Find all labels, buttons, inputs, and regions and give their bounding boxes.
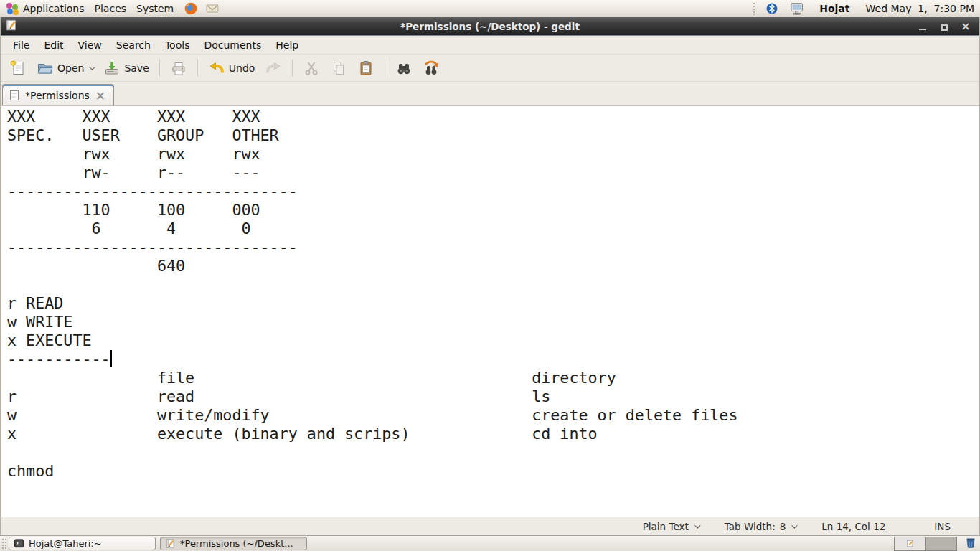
workspace-1[interactable]	[895, 537, 925, 550]
email-launcher-icon[interactable]	[205, 1, 220, 16]
toolbar-separator	[385, 60, 385, 77]
cut-button[interactable]	[298, 57, 324, 80]
bluetooth-applet-icon[interactable]	[765, 1, 779, 16]
editor-line: 6 4 0	[7, 220, 979, 238]
copy-icon	[330, 60, 347, 77]
tab-close-icon[interactable]: ×	[95, 90, 106, 100]
places-menu[interactable]: Places	[92, 2, 133, 15]
toolbar-separator	[197, 60, 198, 77]
editor-line: file directory	[7, 369, 979, 387]
menu-file[interactable]: File	[6, 37, 36, 53]
menubar: File Edit View Search Tools Documents He…	[1, 36, 979, 55]
language-mode-label: Plain Text	[643, 521, 689, 532]
taskbar-window-gedit[interactable]: *Permissions (~/Deskt...	[160, 537, 307, 550]
maximize-button[interactable]	[939, 22, 949, 32]
gedit-icon	[165, 538, 176, 549]
workspace-2[interactable]	[925, 537, 956, 550]
open-button-label: Open	[57, 62, 84, 74]
cut-scissors-icon	[303, 60, 320, 77]
open-folder-icon	[37, 60, 54, 77]
gedit-mini-icon	[906, 540, 914, 547]
editor-lines: XXX XXX XXX XXXSPEC. USER GROUP OTHER rw…	[7, 108, 979, 481]
applications-menu-label: Applications	[23, 3, 85, 14]
system-menu[interactable]: System	[133, 2, 179, 15]
replace-button[interactable]	[418, 57, 444, 80]
editor-line	[7, 276, 979, 294]
undo-button[interactable]: Undo	[204, 57, 260, 80]
new-document-button[interactable]	[5, 57, 31, 80]
applet-drag-handle[interactable]	[753, 2, 756, 15]
taskbar-window-title: *Permissions (~/Deskt...	[180, 538, 293, 549]
chevron-down-icon	[694, 522, 700, 528]
window-title: *Permissions (~/Desktop) - gedit	[1, 21, 979, 32]
document-icon	[9, 90, 20, 101]
redo-button[interactable]	[260, 57, 286, 80]
gedit-window: *Permissions (~/Desktop) - gedit × File …	[0, 17, 980, 535]
editor-line: -------------------------------	[7, 238, 979, 257]
find-binoculars-icon	[395, 60, 413, 77]
tab-width-label: Tab Width:	[725, 521, 776, 532]
firefox-launcher-icon[interactable]	[184, 1, 198, 16]
taskbar-window-terminal[interactable]: Hojat@Taheri:~	[9, 537, 156, 550]
trash-applet-icon[interactable]	[964, 536, 977, 551]
text-editor[interactable]: XXX XXX XXX XXXSPEC. USER GROUP OTHER rw…	[1, 106, 979, 517]
editor-line: -----------	[7, 350, 979, 369]
open-dropdown-chevron-icon[interactable]	[90, 64, 95, 70]
insert-mode-status: INS	[930, 519, 955, 534]
system-menu-label: System	[136, 3, 174, 14]
menu-documents[interactable]: Documents	[197, 37, 268, 53]
toolbar: Open Save	[1, 55, 979, 82]
replace-icon	[423, 60, 440, 77]
tab-permissions[interactable]: *Permissions ×	[2, 84, 114, 105]
text-cursor	[110, 350, 112, 367]
cursor-position-status: Ln 14, Col 12	[817, 519, 890, 534]
editor-line: chmod	[7, 462, 979, 481]
menu-search[interactable]: Search	[110, 37, 157, 53]
tab-title: *Permissions	[25, 90, 90, 101]
editor-line: x EXECUTE	[7, 331, 979, 350]
menu-tools[interactable]: Tools	[159, 37, 197, 53]
bottom-panel: Hojat@Taheri:~ *Permissions (~/Deskt...	[0, 535, 980, 551]
editor-line: w WRITE	[7, 313, 979, 331]
gedit-app-icon	[5, 19, 18, 34]
distro-logo-icon	[6, 2, 19, 15]
menu-view[interactable]: View	[72, 37, 108, 53]
paste-button[interactable]	[353, 57, 379, 80]
close-button[interactable]: ×	[961, 22, 971, 32]
menu-edit[interactable]: Edit	[37, 37, 70, 53]
places-menu-label: Places	[95, 3, 127, 14]
menu-help[interactable]: Help	[269, 37, 305, 53]
minimize-button[interactable]	[918, 22, 928, 32]
display-applet-icon[interactable]	[791, 1, 805, 16]
find-button[interactable]	[391, 57, 417, 80]
print-icon	[170, 60, 187, 77]
applications-menu[interactable]: Applications	[3, 1, 90, 16]
copy-button[interactable]	[326, 57, 352, 80]
window-list-drag-handle[interactable]	[1, 538, 7, 550]
language-mode-dropdown[interactable]: Plain Text	[639, 519, 703, 534]
tab-width-value: 8	[780, 521, 786, 532]
print-button[interactable]	[166, 57, 192, 80]
editor-line: 640	[7, 257, 979, 276]
save-button[interactable]: Save	[99, 57, 153, 80]
new-document-icon	[9, 60, 27, 77]
open-button[interactable]: Open	[32, 57, 98, 80]
statusbar: Plain Text Tab Width: 8 Ln 14, Col 12 IN…	[1, 517, 979, 535]
editor-line: -------------------------------	[7, 182, 979, 201]
toolbar-separator	[292, 60, 293, 77]
editor-line: XXX XXX XXX XXX	[7, 108, 979, 126]
undo-icon	[208, 60, 225, 77]
save-button-label: Save	[124, 62, 149, 74]
terminal-icon	[14, 538, 24, 549]
redo-icon	[265, 60, 282, 77]
tab-width-dropdown[interactable]: Tab Width: 8	[720, 519, 801, 534]
editor-line	[7, 443, 979, 462]
editor-line: x execute (binary and scrips) cd into	[7, 425, 979, 443]
chevron-down-icon	[791, 522, 797, 528]
tab-bar: *Permissions ×	[1, 82, 979, 106]
clock-applet[interactable]: Wed May 1, 7:30 PM	[866, 3, 974, 14]
username-applet[interactable]: Hojat	[814, 3, 859, 14]
gnome-top-panel: Applications Places System	[0, 0, 980, 17]
window-titlebar[interactable]: *Permissions (~/Desktop) - gedit ×	[1, 17, 979, 36]
undo-button-label: Undo	[229, 62, 255, 74]
